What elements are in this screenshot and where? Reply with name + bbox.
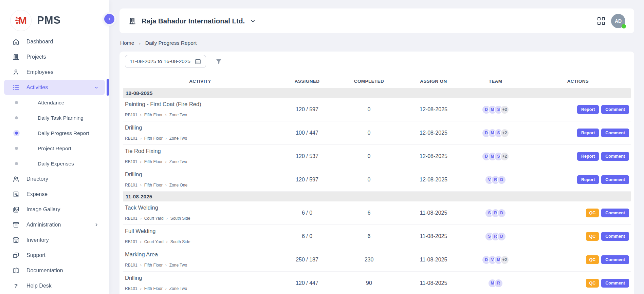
path-segment: Fifth Floor xyxy=(144,263,163,268)
comment-button[interactable]: Comment xyxy=(601,152,629,161)
activity-row: Full WeldingRB101›Court Yard›South Side6… xyxy=(123,225,631,248)
sidebar-subitem-project-report[interactable]: Project Report xyxy=(4,141,105,156)
report-button[interactable]: Report xyxy=(577,129,599,137)
comment-button[interactable]: Comment xyxy=(601,232,629,241)
qc-button[interactable]: QC xyxy=(586,209,599,217)
table-body: 12-08-2025Painting - First Coat (Fire Re… xyxy=(123,88,631,294)
qc-button[interactable]: QC xyxy=(586,255,599,264)
sidebar-subitem-attendance[interactable]: Attendance xyxy=(4,95,105,110)
team-avatar-group[interactable]: SRD xyxy=(466,209,525,218)
activity-cell: DrillingRB101›Fifth Floor›Zone One xyxy=(123,168,277,191)
column-header-actions: ACTIONS xyxy=(525,79,631,84)
path-segment: Court Yard xyxy=(144,239,164,244)
sidebar-item-label: Employees xyxy=(26,69,53,75)
team-avatar-group[interactable]: DMS+2 xyxy=(466,105,525,114)
team-avatar: D xyxy=(497,232,506,241)
activity-location-path: RB101›Fifth Floor›Zone Two xyxy=(125,136,277,141)
team-avatar: D xyxy=(497,175,506,184)
user-avatar[interactable]: AD xyxy=(611,14,625,28)
sidebar-item-inventory[interactable]: Inventory xyxy=(4,232,105,248)
qc-button[interactable]: QC xyxy=(586,232,599,241)
team-extra-count: +2 xyxy=(500,105,509,114)
path-separator-icon: › xyxy=(140,216,142,221)
sidebar-item-dashboard[interactable]: Dashboard xyxy=(4,34,105,49)
sidebar-subitem-label: Daily Progress Report xyxy=(38,130,89,136)
comment-button[interactable]: Comment xyxy=(601,255,629,264)
team-avatar-group[interactable]: SRD xyxy=(466,232,525,241)
chevron-right-icon: › xyxy=(139,41,140,46)
team-avatar-group[interactable]: MR xyxy=(466,279,525,288)
home-icon xyxy=(12,38,20,45)
sidebar-item-label: Documentation xyxy=(26,268,63,274)
sidebar-subitem-daily-expenses[interactable]: Daily Expenses xyxy=(4,156,105,171)
sidebar-item-directory[interactable]: Directory xyxy=(4,171,105,187)
comment-button[interactable]: Comment xyxy=(601,129,629,137)
sidebar-item-label: Expense xyxy=(26,191,48,197)
completed-value: 230 xyxy=(337,257,401,263)
report-button[interactable]: Report xyxy=(577,175,599,184)
completed-value: 0 xyxy=(337,130,401,136)
sidebar-collapse-button[interactable] xyxy=(104,14,114,24)
sidebar-item-expense[interactable]: Expense xyxy=(4,187,105,202)
avatar-initials: AD xyxy=(615,18,622,24)
sidebar-item-documentation[interactable]: Documentation xyxy=(4,263,105,278)
assign-on-date: 11-08-2025 xyxy=(401,280,466,286)
breadcrumb-home-link[interactable]: Home xyxy=(120,40,134,46)
path-separator-icon: › xyxy=(140,159,142,164)
column-header-assign-on: ASSIGN ON xyxy=(401,79,466,84)
sidebar-item-administration[interactable]: Administration xyxy=(4,217,105,232)
sidebar-subitem-daily-task-planning[interactable]: Daily Task Planning xyxy=(4,110,105,125)
assigned-value: 100 / 447 xyxy=(277,130,337,136)
path-separator-icon: › xyxy=(165,136,167,141)
people-icon xyxy=(12,175,20,183)
activity-cell: Tack WeldingRB101›Court Yard›South Side xyxy=(123,201,277,224)
sidebar-item-label: Dashboard xyxy=(26,39,53,45)
sidebar-item-support[interactable]: Support xyxy=(4,248,105,263)
sidebar-item-employees[interactable]: Employees xyxy=(4,64,105,80)
date-range-input[interactable]: 11-08-2025 to 16-08-2025 xyxy=(125,55,206,68)
row-actions: ReportComment xyxy=(525,152,631,161)
comment-button[interactable]: Comment xyxy=(601,175,629,184)
question-icon: ? xyxy=(12,282,20,290)
path-segment: Fifth Floor xyxy=(144,183,163,188)
path-segment: Court Yard xyxy=(144,216,164,221)
team-avatar-group[interactable]: DMS+2 xyxy=(466,152,525,161)
activity-row: DrillingRB101›Fifth Floor›Zone Two120 / … xyxy=(123,272,631,294)
path-separator-icon: › xyxy=(165,183,167,188)
activity-row: Tie Rod FixingRB101›Fifth Floor›Zone Two… xyxy=(123,145,631,168)
sidebar-subitem-label: Daily Expenses xyxy=(38,161,74,167)
team-avatar-group[interactable]: DVM+2 xyxy=(466,255,525,264)
comment-button[interactable]: Comment xyxy=(601,105,629,114)
column-header-assigned: ASSIGNED xyxy=(277,79,337,84)
team-avatar-group[interactable]: DMS+2 xyxy=(466,129,525,138)
row-actions: QCComment xyxy=(525,279,631,288)
sidebar-subitem-daily-progress-report[interactable]: Daily Progress Report xyxy=(4,125,105,141)
activity-location-path: RB101›Fifth Floor›Zone Two xyxy=(125,286,277,291)
sidebar-item-image-gallery[interactable]: Image Gallary xyxy=(4,202,105,217)
breadcrumb: Home › Daily Progress Report xyxy=(120,40,633,46)
sidebar-item-projects[interactable]: Projects xyxy=(4,49,105,64)
comment-button[interactable]: Comment xyxy=(601,209,629,217)
path-separator-icon: › xyxy=(140,239,142,244)
path-segment: RB101 xyxy=(125,183,137,188)
path-segment: RB101 xyxy=(125,159,137,164)
team-avatar-group[interactable]: VRD xyxy=(466,175,525,184)
filter-funnel-icon[interactable] xyxy=(215,58,222,65)
activity-cell: Tie Rod FixingRB101›Fifth Floor›Zone Two xyxy=(123,145,277,168)
company-selector[interactable]: Raja Bahadur International Ltd. xyxy=(128,17,256,25)
sidebar-item-help-desk[interactable]: ? Help Desk xyxy=(4,278,105,293)
report-button[interactable]: Report xyxy=(577,105,599,114)
sidebar-item-activities[interactable]: Activities xyxy=(4,80,105,95)
activity-title: Full Welding xyxy=(125,228,277,234)
apps-grid-icon[interactable] xyxy=(597,17,605,25)
completed-value: 0 xyxy=(337,106,401,113)
report-button[interactable]: Report xyxy=(577,152,599,161)
assign-on-date: 11-08-2025 xyxy=(401,257,466,263)
path-segment: RB101 xyxy=(125,136,137,141)
qc-button[interactable]: QC xyxy=(586,279,599,288)
logo[interactable]: M PMS xyxy=(0,0,109,32)
path-segment: Zone Two xyxy=(169,286,187,291)
comment-button[interactable]: Comment xyxy=(601,279,629,288)
assigned-value: 6 / 0 xyxy=(277,233,337,239)
path-separator-icon: › xyxy=(165,159,167,164)
